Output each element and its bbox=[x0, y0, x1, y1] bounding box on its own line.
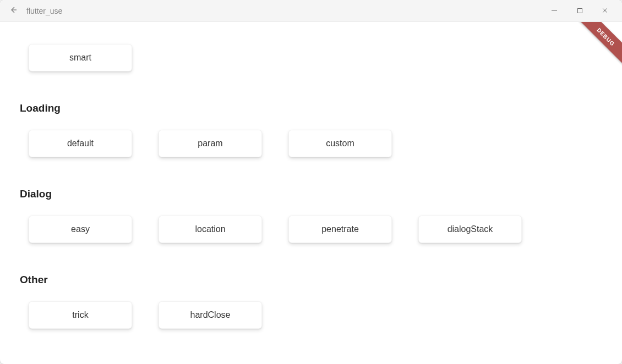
button-label: smart bbox=[69, 53, 91, 63]
arrow-left-icon bbox=[9, 5, 18, 16]
custom-button[interactable]: custom bbox=[288, 130, 392, 157]
trick-button[interactable]: trick bbox=[29, 301, 132, 329]
button-row: easy location penetrate dialogStack bbox=[20, 208, 602, 243]
button-label: default bbox=[67, 139, 94, 148]
maximize-icon bbox=[577, 6, 583, 16]
hardclose-button[interactable]: hardClose bbox=[159, 301, 262, 329]
minimize-button[interactable] bbox=[542, 0, 567, 22]
button-label: penetrate bbox=[321, 224, 359, 234]
minimize-icon bbox=[551, 6, 558, 16]
button-row: default param custom bbox=[20, 122, 602, 157]
button-label: easy bbox=[71, 224, 90, 234]
button-row: smart bbox=[20, 36, 602, 71]
button-label: location bbox=[195, 224, 225, 234]
smart-button[interactable]: smart bbox=[29, 44, 132, 71]
button-label: dialogStack bbox=[448, 224, 493, 234]
window-controls bbox=[542, 0, 618, 22]
window-title: flutter_use bbox=[26, 7, 62, 15]
location-button[interactable]: location bbox=[159, 216, 262, 243]
section-title-loading: Loading bbox=[20, 102, 602, 114]
button-label: custom bbox=[326, 139, 354, 148]
easy-button[interactable]: easy bbox=[29, 216, 132, 243]
button-label: hardClose bbox=[190, 310, 231, 320]
button-row: trick hardClose bbox=[20, 294, 602, 329]
svg-rect-1 bbox=[577, 8, 582, 13]
penetrate-button[interactable]: penetrate bbox=[288, 216, 392, 243]
default-button[interactable]: default bbox=[29, 130, 132, 157]
titlebar: flutter_use bbox=[0, 0, 622, 22]
close-button[interactable] bbox=[592, 0, 618, 22]
maximize-button[interactable] bbox=[567, 0, 592, 22]
button-label: trick bbox=[72, 310, 88, 320]
dialogstack-button[interactable]: dialogStack bbox=[418, 216, 522, 243]
content-area: smart Loading default param custom Dialo… bbox=[0, 22, 622, 364]
button-label: param bbox=[198, 139, 222, 148]
close-icon bbox=[602, 6, 608, 16]
app-window: flutter_use bbox=[0, 0, 622, 364]
section-title-other: Other bbox=[20, 274, 602, 286]
back-button[interactable] bbox=[4, 2, 22, 20]
param-button[interactable]: param bbox=[159, 130, 262, 157]
section-title-dialog: Dialog bbox=[20, 188, 602, 200]
